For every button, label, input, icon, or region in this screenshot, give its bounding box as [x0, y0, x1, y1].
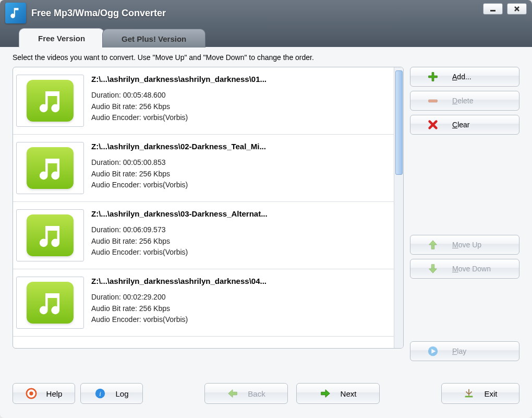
app-window: Free Mp3/Wma/Ogg Converter Free Version … [0, 0, 532, 418]
back-button[interactable]: Back [204, 383, 288, 404]
encoder-value: vorbis(Vorbis) [143, 248, 188, 256]
music-note-icon [27, 147, 74, 189]
move-down-button[interactable]: Move Down [410, 259, 519, 279]
add-label: Add... [452, 73, 471, 81]
item-path: Z:\...\ashrilyn_darkness\ashrilyn_darkne… [91, 75, 389, 83]
bitrate-label: Audio Bit rate: [91, 304, 137, 313]
item-thumbnail [16, 75, 84, 127]
duration-value: 00:05:00.853 [123, 158, 166, 166]
svg-text:i: i [100, 390, 102, 398]
list-item[interactable]: Z:\...\ashrilyn_darkness\ashrilyn_darkne… [13, 269, 394, 337]
log-label: Log [115, 389, 128, 398]
item-meta: Duration: 00:05:00.853 Audio Bit rate: 2… [91, 157, 389, 191]
item-info: Z:\...\ashrilyn_darkness\ashrilyn_darkne… [91, 277, 389, 329]
back-label: Back [248, 389, 265, 398]
encoder-value: vorbis(Vorbis) [143, 181, 188, 189]
item-meta: Duration: 00:06:09.573 Audio Bit rate: 2… [91, 224, 389, 258]
arrow-down-icon [427, 263, 439, 274]
tab-free-version[interactable]: Free Version [19, 28, 104, 47]
duration-value: 00:06:09.573 [123, 225, 166, 234]
duration-value: 00:02:29.200 [123, 293, 166, 301]
window-controls [483, 3, 527, 15]
bitrate-label: Audio Bit rate: [91, 170, 137, 178]
close-button[interactable] [507, 3, 527, 15]
item-thumbnail [16, 277, 84, 329]
next-label: Next [341, 389, 357, 398]
content-area: Select the videos you want to convert. U… [0, 47, 532, 374]
encoder-value: vorbis(Vorbis) [143, 315, 188, 324]
music-note-icon [27, 80, 74, 122]
list-item[interactable]: Z:\...\ashrilyn_darkness\ashrilyn_darkne… [13, 67, 394, 135]
footer-right: Exit [441, 383, 519, 404]
app-icon [5, 3, 26, 23]
item-path: Z:\...\ashrilyn_darkness\02-Darkness_Tea… [91, 142, 389, 151]
item-path: Z:\...\ashrilyn_darkness\ashrilyn_darkne… [91, 277, 389, 285]
side-button-column: Add... Delete Clear [410, 67, 519, 365]
clear-button[interactable]: Clear [410, 115, 519, 135]
bitrate-label: Audio Bit rate: [91, 102, 137, 111]
svg-rect-8 [465, 396, 473, 398]
play-button[interactable]: Play [410, 341, 519, 361]
clear-label: Clear [452, 121, 469, 129]
scroll-thumb[interactable] [395, 70, 403, 175]
app-title: Free Mp3/Wma/Ogg Converter [31, 8, 166, 19]
log-button[interactable]: i Log [80, 383, 143, 404]
svg-rect-0 [490, 10, 495, 11]
help-button[interactable]: Help [13, 383, 75, 404]
play-label: Play [452, 347, 466, 355]
item-info: Z:\...\ashrilyn_darkness\02-Darkness_Tea… [91, 142, 389, 194]
tab-bar: Free Version Get Plus! Version [0, 26, 532, 47]
exit-icon [463, 388, 475, 399]
item-meta: Duration: 00:02:29.200 Audio Bit rate: 2… [91, 292, 389, 326]
bitrate-value: 256 Kbps [139, 170, 170, 178]
bitrate-label: Audio Bit rate: [91, 237, 137, 245]
bitrate-value: 256 Kbps [139, 237, 170, 245]
duration-label: Duration: [91, 293, 121, 301]
encoder-label: Audio Encoder: [91, 248, 141, 256]
encoder-value: vorbis(Vorbis) [143, 113, 188, 122]
delete-button[interactable]: Delete [410, 91, 519, 111]
close-icon [513, 5, 521, 13]
item-path: Z:\...\ashrilyn_darkness\03-Darkness_Alt… [91, 209, 389, 218]
minimize-button[interactable] [483, 3, 503, 15]
delete-label: Delete [452, 97, 473, 105]
exit-button[interactable]: Exit [441, 383, 519, 404]
item-meta: Duration: 00:05:48.600 Audio Bit rate: 2… [91, 90, 389, 124]
instruction-text: Select the videos you want to convert. U… [13, 53, 519, 62]
item-info: Z:\...\ashrilyn_darkness\ashrilyn_darkne… [91, 75, 389, 127]
list-item[interactable]: Z:\...\ashrilyn_darkness\02-Darkness_Tea… [13, 135, 394, 202]
svg-rect-7 [469, 389, 470, 396]
bitrate-value: 256 Kbps [139, 102, 170, 111]
help-label: Help [46, 389, 63, 398]
item-thumbnail [16, 142, 84, 194]
move-up-label: Move Up [452, 241, 481, 249]
add-button[interactable]: Add... [410, 67, 519, 87]
file-list[interactable]: Z:\...\ashrilyn_darkness\ashrilyn_darkne… [13, 67, 394, 348]
duration-label: Duration: [91, 225, 121, 234]
move-up-button[interactable]: Move Up [410, 235, 519, 255]
music-note-icon [27, 214, 74, 256]
duration-label: Duration: [91, 158, 121, 166]
svg-rect-1 [429, 100, 438, 102]
x-icon [427, 119, 439, 130]
play-icon [427, 345, 439, 357]
music-note-icon [27, 282, 74, 324]
info-icon: i [94, 388, 106, 399]
exit-label: Exit [484, 389, 497, 398]
titlebar: Free Mp3/Wma/Ogg Converter [0, 0, 532, 26]
duration-value: 00:05:48.600 [123, 91, 166, 99]
scrollbar[interactable] [394, 67, 403, 348]
minus-icon [427, 95, 439, 106]
main-row: Z:\...\ashrilyn_darkness\ashrilyn_darkne… [13, 67, 519, 365]
list-item[interactable]: Z:\...\ashrilyn_darkness\03-Darkness_Alt… [13, 202, 394, 269]
duration-label: Duration: [91, 91, 121, 99]
tab-plus-version[interactable]: Get Plus! Version [102, 29, 205, 47]
next-button[interactable]: Next [296, 383, 380, 404]
footer-left: Help i Log [13, 383, 143, 404]
arrow-right-icon [320, 388, 331, 399]
footer-mid: Back Next [204, 383, 380, 404]
encoder-label: Audio Encoder: [91, 315, 141, 324]
minimize-icon [489, 5, 497, 13]
bitrate-value: 256 Kbps [139, 304, 170, 313]
item-info: Z:\...\ashrilyn_darkness\03-Darkness_Alt… [91, 209, 389, 261]
